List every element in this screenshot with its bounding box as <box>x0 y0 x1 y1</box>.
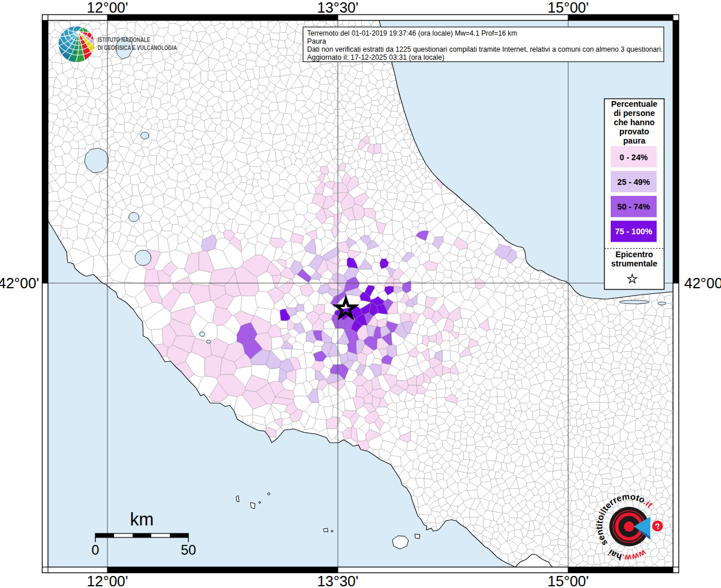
svg-text:50 - 74%: 50 - 74% <box>618 202 650 211</box>
svg-text:ISTITUTO NAZIONALE: ISTITUTO NAZIONALE <box>98 36 151 43</box>
svg-text:Epicentro: Epicentro <box>615 250 653 259</box>
svg-text:di persone: di persone <box>614 109 655 118</box>
svg-text:km: km <box>130 509 153 529</box>
svg-text:0 - 24%: 0 - 24% <box>620 153 648 162</box>
svg-text:15°00': 15°00' <box>548 0 589 16</box>
svg-text:12°00': 12°00' <box>87 573 128 588</box>
svg-text:strumentale: strumentale <box>611 259 658 268</box>
svg-text:42°00': 42°00' <box>684 275 721 291</box>
svg-text:50: 50 <box>181 542 196 558</box>
svg-text:provato: provato <box>619 127 649 136</box>
svg-text:25 - 49%: 25 - 49% <box>618 177 650 187</box>
svg-text:Percentuale: Percentuale <box>611 99 658 109</box>
svg-text:Terremoto del 01-01-2019 19:37: Terremoto del 01-01-2019 19:37:46 (ora l… <box>307 29 518 37</box>
svg-text:15°00': 15°00' <box>548 573 589 588</box>
svg-text:Aggiornato il: 17-12-2025 03:3: Aggiornato il: 17-12-2025 03:31 (ora loc… <box>307 53 445 61</box>
svg-text:13°30': 13°30' <box>317 0 358 16</box>
svg-text:12°00': 12°00' <box>87 0 128 16</box>
svg-text:DI GEOFISICA E VULCANOLOGIA: DI GEOFISICA E VULCANOLOGIA <box>98 44 177 51</box>
svg-text:13°30': 13°30' <box>317 573 358 588</box>
svg-text:paura: paura <box>623 136 646 145</box>
svg-text:Paura: Paura <box>307 37 326 45</box>
svg-text:Dati non verificati estratti d: Dati non verificati estratti da 1225 que… <box>307 45 663 53</box>
svg-text:0: 0 <box>91 542 99 558</box>
svg-text:75 - 100%: 75 - 100% <box>615 227 653 236</box>
svg-text:42°00': 42°00' <box>0 275 39 291</box>
svg-text:che hanno: che hanno <box>614 118 655 127</box>
